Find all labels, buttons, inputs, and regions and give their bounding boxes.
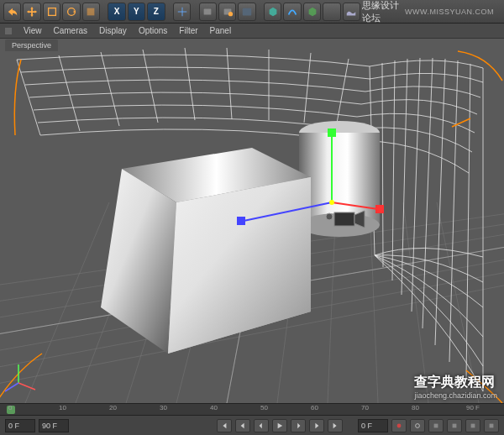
key-param-button[interactable]	[484, 419, 499, 432]
watermark: 查字典教程网 jiaocheng.chazidian.com	[414, 374, 497, 400]
undo-button[interactable]	[3, 3, 21, 21]
svg-rect-24	[434, 424, 438, 428]
move-tool-button[interactable]	[23, 3, 40, 21]
svg-rect-8	[299, 133, 380, 225]
tick: 90 F	[466, 404, 480, 411]
menu-options[interactable]: Options	[139, 26, 167, 35]
next-frame-button[interactable]	[291, 419, 306, 432]
play-button[interactable]	[272, 419, 287, 432]
menu-dropdown-icon[interactable]	[5, 28, 12, 34]
menu-cameras[interactable]: Cameras	[54, 26, 88, 35]
timeline: 0 10 20 30 40 50 60 70 80 90 F	[0, 403, 504, 435]
viewport-tab[interactable]: Perspective	[5, 39, 58, 51]
title-url: WWW.MISSYUAN.COM	[405, 8, 494, 16]
svg-rect-15	[375, 205, 384, 213]
menu-view[interactable]: View	[24, 26, 42, 35]
tick: 70	[361, 404, 369, 411]
key-pos-button[interactable]	[428, 419, 444, 432]
svg-point-23	[416, 424, 420, 428]
svg-rect-25	[453, 424, 457, 428]
key-scale-button[interactable]	[447, 419, 462, 432]
environment-button[interactable]	[343, 3, 360, 21]
watermark-main: 查字典教程网	[414, 375, 495, 389]
next-key-button[interactable]	[309, 419, 324, 432]
svg-rect-13	[328, 128, 336, 137]
render-button[interactable]	[199, 3, 217, 21]
tick: 40	[210, 404, 218, 411]
start-frame-input[interactable]	[5, 419, 35, 432]
tick: 30	[160, 404, 167, 411]
tick: 50	[260, 404, 268, 411]
y-axis-lock-button[interactable]: Y	[128, 3, 145, 21]
menu-display[interactable]: Display	[99, 26, 127, 35]
svg-point-11	[326, 213, 333, 220]
svg-rect-0	[48, 8, 55, 15]
generator-button[interactable]	[303, 3, 321, 21]
viewport-3d[interactable]	[0, 39, 504, 403]
svg-rect-5	[243, 8, 252, 15]
x-axis-lock-button[interactable]: X	[108, 3, 125, 21]
end-frame-input[interactable]	[39, 419, 69, 432]
render-settings-button[interactable]	[218, 3, 236, 21]
spline-button[interactable]	[283, 3, 301, 21]
tick: 60	[311, 404, 318, 411]
picture-viewer-button[interactable]	[238, 3, 255, 21]
coord-system-button[interactable]	[173, 3, 191, 21]
timeline-ruler[interactable]: 0 10 20 30 40 50 60 70 80 90 F	[0, 404, 504, 416]
current-frame-input[interactable]	[358, 419, 388, 432]
tick: 10	[59, 404, 66, 411]
svg-point-4	[228, 12, 233, 16]
primitive-cube-button[interactable]	[264, 3, 281, 21]
key-rot-button[interactable]	[465, 419, 480, 432]
watermark-sub: jiaocheng.chazidian.com	[414, 391, 497, 400]
svg-rect-10	[334, 212, 354, 226]
app-title: 思缘设计论坛 WWW.MISSYUAN.COM	[362, 0, 494, 24]
prev-frame-button[interactable]	[254, 419, 269, 432]
goto-end-button[interactable]	[328, 419, 343, 432]
timeline-controls	[0, 416, 504, 435]
tick: 80	[412, 404, 419, 411]
scale-tool-button[interactable]	[43, 3, 60, 21]
svg-rect-2	[204, 8, 212, 14]
svg-point-18	[329, 200, 334, 205]
main-toolbar: X Y Z 思缘设计论坛 WWW.MISSYUAN.COM	[0, 0, 504, 24]
record-button[interactable]	[391, 419, 407, 432]
menu-filter[interactable]: Filter	[179, 26, 197, 35]
prev-key-button[interactable]	[235, 419, 250, 432]
tick: 0	[8, 404, 12, 411]
svg-rect-17	[237, 217, 245, 225]
goto-start-button[interactable]	[217, 419, 232, 432]
tick: 20	[109, 404, 117, 411]
autokey-button[interactable]	[410, 419, 425, 432]
z-axis-lock-button[interactable]: Z	[147, 3, 165, 21]
svg-rect-26	[471, 424, 475, 428]
title-chinese: 思缘设计论坛	[362, 0, 400, 24]
rotate-tool-button[interactable]	[62, 3, 80, 21]
svg-rect-27	[490, 424, 494, 428]
svg-point-22	[397, 424, 402, 428]
deformer-button[interactable]	[323, 3, 340, 21]
viewport-scene	[0, 39, 504, 403]
viewport-menubar: View Cameras Display Options Filter Pane…	[0, 24, 504, 39]
menu-panel[interactable]: Panel	[210, 26, 232, 35]
last-tool-button[interactable]	[82, 3, 100, 21]
